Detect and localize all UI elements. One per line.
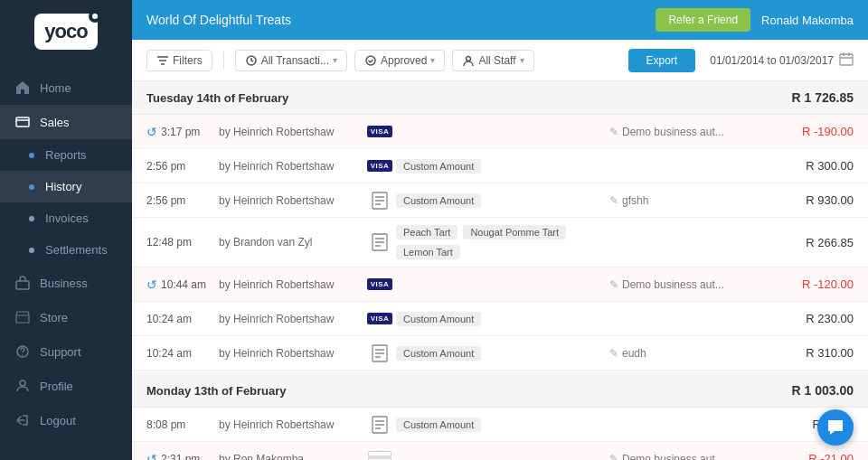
tag: Custom Amount <box>396 418 481 432</box>
time-text: 2:56 pm <box>146 194 185 207</box>
transaction-amount: R 930.00 <box>772 193 854 207</box>
transaction-by: by Ron Makomba <box>219 453 363 461</box>
transaction-row[interactable]: ↺ 3:17 pm by Heinrich Robertshaw VISA ✎D… <box>132 115 868 149</box>
filter-sep-1 <box>223 52 224 70</box>
visa-icon: VISA <box>367 126 393 137</box>
transaction-by: by Heinrich Robertshaw <box>219 126 363 138</box>
note-text: Demo business aut... <box>622 453 724 461</box>
edit-icon: ✎ <box>609 453 618 461</box>
sales-icon <box>14 114 31 130</box>
date-range: 01/01/2014 to 01/03/2017 <box>710 52 854 69</box>
visa-icon: VISA <box>367 160 393 172</box>
sidebar-item-business[interactable]: Business <box>0 266 132 300</box>
transaction-tags: Custom Amount <box>396 312 609 326</box>
transaction-time: 10:24 am <box>146 313 219 325</box>
export-button[interactable]: Export <box>628 49 696 72</box>
transaction-type-filter[interactable]: All Transacti... ▾ <box>235 50 347 71</box>
transaction-time: 2:56 pm <box>146 160 219 173</box>
transaction-time: 12:48 pm <box>146 236 219 249</box>
logo: yoco <box>34 14 98 50</box>
transaction-tags: Custom Amount <box>396 159 609 174</box>
svg-point-7 <box>467 56 471 61</box>
sidebar-item-logout-label: Logout <box>40 414 76 427</box>
sidebar-item-support[interactable]: Support <box>0 334 132 369</box>
transaction-time: ↺ 2:31 pm <box>146 452 219 461</box>
transaction-amount: R -120.00 <box>772 277 854 291</box>
transaction-amount: R 266.85 <box>772 236 854 249</box>
staff-filter[interactable]: All Staff ▾ <box>452 50 533 71</box>
logo-text: yoco <box>44 20 87 43</box>
staff-icon <box>462 54 475 67</box>
transaction-amount: R 310.00 <box>772 346 854 360</box>
status-filter[interactable]: Approved ▾ <box>354 50 445 71</box>
sidebar-item-home-label: Home <box>40 81 71 95</box>
sidebar-item-invoices-label: Invoices <box>45 211 89 225</box>
sidebar-item-logout[interactable]: Logout <box>0 403 132 437</box>
transaction-row[interactable]: 2:56 pm by Heinrich Robertshaw VISA Cust… <box>132 149 868 183</box>
transaction-by: by Heinrich Robertshaw <box>219 194 363 207</box>
note-text: Demo business aut... <box>622 126 724 138</box>
transaction-row[interactable]: 2:56 pm by Heinrich Robertshaw Custom Am… <box>132 183 868 218</box>
transaction-row[interactable]: 12:48 pm by Brandon van Zyl Peach TartNo… <box>132 218 868 268</box>
day-header-0: Tuesday 14th of February R 1 726.85 <box>132 81 868 115</box>
sidebar-item-store[interactable]: Store <box>0 300 132 334</box>
sidebar-item-reports[interactable]: Reports <box>0 139 132 171</box>
topbar: World Of Delightful Treats Refer a Frien… <box>132 0 868 40</box>
transaction-row[interactable]: ↺ 10:44 am by Heinrich Robertshaw VISA ✎… <box>132 268 868 302</box>
day-header-1: Monday 13th of February R 1 003.00 <box>132 374 868 408</box>
tag: Custom Amount <box>396 193 481 208</box>
transactions-content[interactable]: Tuesday 14th of February R 1 726.85 ↺ 3:… <box>132 81 868 460</box>
transaction-by: by Heinrich Robertshaw <box>219 418 363 431</box>
transaction-row[interactable]: ↺ 2:31 pm by Ron Makomba ✎Demo business … <box>132 442 868 460</box>
edit-icon: ✎ <box>609 278 618 291</box>
time-text: 2:31 pm <box>161 453 200 461</box>
time-text: 10:24 am <box>146 347 192 360</box>
transaction-time: ↺ 10:44 am <box>146 277 219 292</box>
sidebar-item-home[interactable]: Home <box>0 70 132 105</box>
chat-support-button[interactable] <box>817 409 854 446</box>
home-icon <box>14 80 31 96</box>
payment-method-icon <box>363 192 396 210</box>
transaction-row[interactable]: 10:24 am by Heinrich Robertshaw Custom A… <box>132 336 868 371</box>
refer-friend-button[interactable]: Refer a Friend <box>656 8 750 32</box>
logout-icon <box>14 412 31 428</box>
transaction-note: ✎eudh <box>609 347 772 360</box>
transaction-note: ✎Demo business aut... <box>609 453 772 461</box>
edit-icon: ✎ <box>609 347 618 360</box>
sidebar-item-settlements[interactable]: Settlements <box>0 234 132 266</box>
tag: Lemon Tart <box>396 245 460 259</box>
transaction-row[interactable]: 8:08 pm by Heinrich Robertshaw Custom Am… <box>132 408 868 442</box>
transaction-note: ✎Demo business aut... <box>609 278 772 291</box>
visa-icon: VISA <box>367 313 393 324</box>
payment-method-icon <box>363 451 396 461</box>
sidebar-item-sales[interactable]: Sales <box>0 105 132 139</box>
day-section-0: Tuesday 14th of February R 1 726.85 ↺ 3:… <box>132 81 868 371</box>
transaction-tags: Custom Amount <box>396 418 609 432</box>
logo-area: yoco <box>0 0 132 63</box>
payment-method-icon <box>363 416 396 434</box>
transaction-amount: R -190.00 <box>772 125 854 138</box>
sidebar-item-profile[interactable]: Profile <box>0 369 132 403</box>
svg-point-3 <box>22 354 24 356</box>
transaction-note: ✎gfshh <box>609 194 772 207</box>
sidebar-item-history[interactable]: History <box>0 171 132 202</box>
receipt-icon <box>372 416 388 434</box>
transaction-amount: R 230.00 <box>772 312 854 325</box>
receipt-icon <box>372 192 388 210</box>
sidebar-item-settlements-label: Settlements <box>45 243 108 257</box>
note-text: Demo business aut... <box>622 278 724 291</box>
svg-rect-14 <box>368 455 392 459</box>
transaction-row[interactable]: 10:24 am by Heinrich Robertshaw VISA Cus… <box>132 302 868 336</box>
sidebar-item-invoices[interactable]: Invoices <box>0 202 132 234</box>
settlements-dot <box>29 248 34 253</box>
transaction-by: by Brandon van Zyl <box>219 236 363 249</box>
filters-button[interactable]: Filters <box>146 50 212 71</box>
note-text: gfshh <box>622 194 648 207</box>
transaction-by: by Heinrich Robertshaw <box>219 313 363 325</box>
day-total-0: R 1 726.85 <box>792 90 854 105</box>
receipt-icon <box>372 344 388 362</box>
topbar-right: Refer a Friend Ronald Makomba <box>656 8 854 32</box>
refund-icon: ↺ <box>146 277 157 292</box>
card-icon <box>368 451 392 461</box>
topbar-title: World Of Delightful Treats <box>146 13 291 27</box>
